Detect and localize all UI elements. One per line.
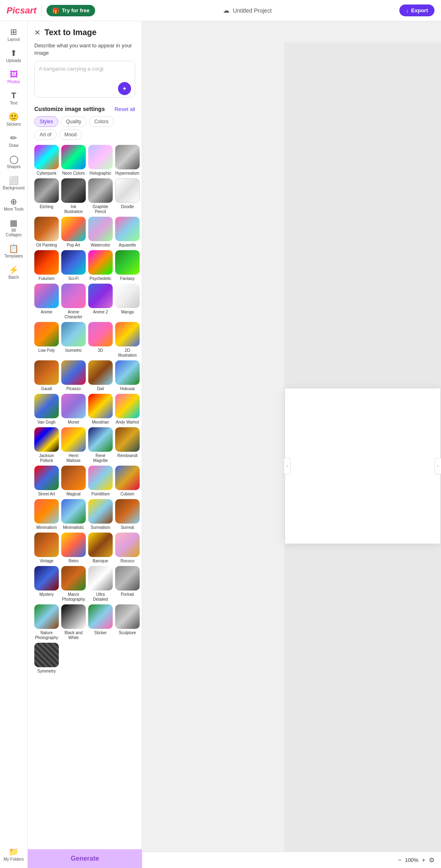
sidebar-item-uploads[interactable]: ⬆ Uploads (2, 46, 26, 66)
close-button[interactable]: ✕ (34, 28, 40, 37)
style-item-nature-photography[interactable]: Nature Photography (34, 604, 59, 640)
collapse-right[interactable]: › (434, 458, 441, 474)
sidebar-item-draw[interactable]: ✏ Draw (2, 131, 26, 151)
style-item-3d[interactable]: 3D (88, 322, 113, 358)
style-label-street-art: Street Art (38, 492, 55, 497)
style-item-rembrandt[interactable]: Rembrandt (115, 427, 140, 463)
style-item-oil-painting[interactable]: Oil Painting (34, 217, 59, 248)
style-item-portrait[interactable]: Portrait (115, 566, 140, 602)
style-thumb-dali (88, 360, 113, 385)
style-thumb-mondrian (88, 394, 113, 418)
style-item-low-poly[interactable]: Low Poly (34, 322, 59, 358)
style-item-ultra-detailed[interactable]: Ultra Detailed (88, 566, 113, 602)
style-label-ink-illustration: Ink Illustration (61, 204, 86, 214)
style-item-andy-warhol[interactable]: Andy Warhol (115, 394, 140, 425)
sidebar-item-templates[interactable]: 📋 Templates (2, 241, 26, 262)
sidebar-item-layout[interactable]: ⊞ Layout (2, 24, 26, 45)
style-item-jackson-pollock[interactable]: Jackson Pollock (34, 427, 59, 463)
sidebar-item-text[interactable]: T Text (2, 88, 26, 109)
style-item-cubism[interactable]: Cubism (115, 466, 140, 497)
sidebar-item-more-tools[interactable]: ⊕ More Tools (2, 194, 26, 215)
style-item-dali[interactable]: Dali (88, 360, 113, 391)
style-item-minimalism[interactable]: Minimalism (34, 499, 59, 530)
style-item-sticker[interactable]: Sticker (88, 604, 113, 640)
reset-all-button[interactable]: Reset all (114, 106, 135, 112)
style-item-retro[interactable]: Retro (61, 533, 86, 564)
zoom-out-button[interactable]: − (398, 857, 401, 864)
tab-colors[interactable]: Colors (89, 116, 114, 127)
style-item-anime-2[interactable]: Anime 2 (88, 284, 113, 320)
style-item-watercolor[interactable]: Watercolor (88, 217, 113, 248)
style-item-holographic[interactable]: Holographic (88, 145, 113, 176)
style-item-aquarelle[interactable]: Aquarelle (115, 217, 140, 248)
sidebar-item-photos[interactable]: 🖼 Photos (2, 67, 26, 87)
style-item-mondrian[interactable]: Mondrian (88, 394, 113, 425)
style-label-andy-warhol: Andy Warhol (116, 420, 139, 425)
style-thumb-rene-magritte (88, 427, 113, 452)
style-item-baroque[interactable]: Baroque (88, 533, 113, 564)
style-item-mystery[interactable]: Mystery (34, 566, 59, 602)
style-item-pointillism[interactable]: Pointillism (88, 466, 113, 497)
style-item-monet[interactable]: Monet (61, 394, 86, 425)
style-item-doodle[interactable]: Doodle (115, 178, 140, 214)
sidebar-item-shapes[interactable]: ◯ Shapes (2, 152, 26, 172)
style-item-cyberpunk[interactable]: Cyberpunk (34, 145, 59, 176)
sidebar-item-collages[interactable]: ▦ 88 Collages (2, 215, 26, 240)
style-item-surreal[interactable]: Surreal (115, 499, 140, 530)
style-item-psychedelic[interactable]: Psychedelic (88, 250, 113, 281)
style-item-magical[interactable]: Magical (61, 466, 86, 497)
sidebar-item-batch[interactable]: ⚡ Batch (2, 262, 26, 283)
tab-art-of[interactable]: Art of (34, 129, 57, 140)
style-item-hokusai[interactable]: Hokusai (115, 360, 140, 391)
style-thumb-macro-photography (61, 566, 86, 591)
style-item-sculpture[interactable]: Sculpture (115, 604, 140, 640)
generate-button[interactable]: Generate (28, 849, 142, 868)
settings-button[interactable]: ⚙ (429, 856, 434, 864)
style-label-anime-character: Anime Character (61, 310, 86, 320)
collapse-panel-left[interactable]: ‹ (284, 458, 291, 474)
style-label-rembrandt: Rembrandt (117, 453, 137, 458)
tab-styles[interactable]: Styles (34, 116, 58, 127)
style-item-etching[interactable]: Etching (34, 178, 59, 214)
export-button[interactable]: ↓ Export (399, 4, 434, 16)
sidebar-item-background[interactable]: ⬜ Background (2, 173, 26, 193)
style-item-black-and-white[interactable]: Black and White (61, 604, 86, 640)
style-tabs: Styles Quality Colors Art of Mood (34, 116, 135, 140)
style-item-hyperrealism[interactable]: Hyperrealism (115, 145, 140, 176)
style-item-rococo[interactable]: Rococo (115, 533, 140, 564)
style-item-anime-character[interactable]: Anime Character (61, 284, 86, 320)
style-item-sci-fi[interactable]: Sci-Fi (61, 250, 86, 281)
style-item-henri-matisse[interactable]: Henri Matisse (61, 427, 86, 463)
style-item-gaudi[interactable]: Gaudi (34, 360, 59, 391)
try-for-free-button[interactable]: 🎁 Try for free (47, 5, 95, 16)
project-name[interactable]: Untitled Project (233, 7, 272, 14)
style-item-isometric[interactable]: Isometric (61, 322, 86, 358)
style-item-graphite-pencil[interactable]: Graphite Pencil (88, 178, 113, 214)
style-item-street-art[interactable]: Street Art (34, 466, 59, 497)
style-item-ink-illustration[interactable]: Ink Illustration (61, 178, 86, 214)
style-item-neon-colors[interactable]: Neon Colors (61, 145, 86, 176)
style-item-picasso[interactable]: Picasso (61, 360, 86, 391)
style-item-fantasy[interactable]: Fantasy (115, 250, 140, 281)
zoom-in-button[interactable]: + (422, 857, 425, 864)
style-item-rene-magritte[interactable]: René Magritte (88, 427, 113, 463)
style-item-surrealism[interactable]: Surrealism (88, 499, 113, 530)
style-item-anime[interactable]: Anime (34, 284, 59, 320)
style-item-macro-photography[interactable]: Macro Photography (61, 566, 86, 602)
style-item-futurism[interactable]: Futurism (34, 250, 59, 281)
style-thumb-futurism (34, 250, 59, 275)
style-label-henri-matisse: Henri Matisse (61, 453, 86, 463)
style-item-symmetry[interactable]: Symmetry (34, 643, 59, 674)
style-item-2d-illustration[interactable]: 2D Illustration (115, 322, 140, 358)
style-item-pop-art[interactable]: Pop Art (61, 217, 86, 248)
style-thumb-psychedelic (88, 250, 113, 275)
style-item-manga[interactable]: Manga (115, 284, 140, 320)
style-item-van-gogh[interactable]: Van Gogh (34, 394, 59, 425)
sidebar-item-stickers[interactable]: 🙂 Stickers (2, 109, 26, 130)
sidebar-item-my-folders[interactable]: 📁 My Folders (2, 844, 26, 865)
tab-mood[interactable]: Mood (59, 129, 82, 140)
style-item-minimalistic[interactable]: Minimalistic (61, 499, 86, 530)
style-item-vintage[interactable]: Vintage (34, 533, 59, 564)
photos-icon: 🖼 (10, 70, 18, 78)
tab-quality[interactable]: Quality (61, 116, 87, 127)
